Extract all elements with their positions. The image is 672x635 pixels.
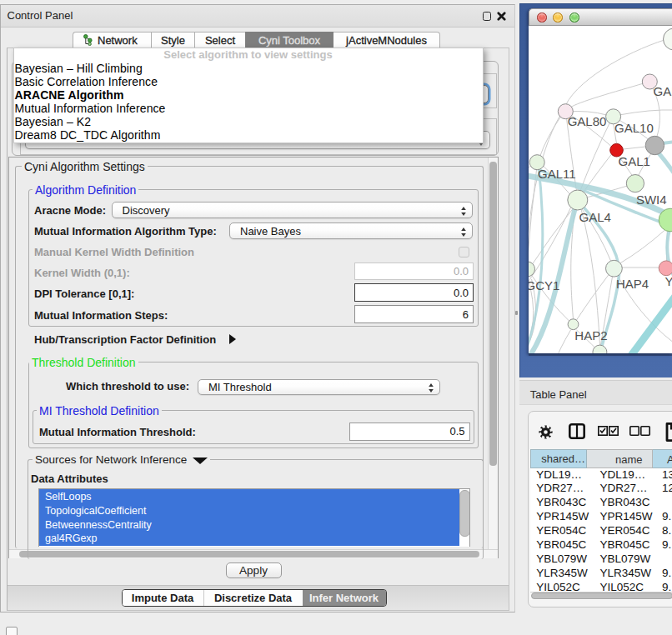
- svg-text:HAP4: HAP4: [615, 277, 648, 291]
- svg-text:GAL80: GAL80: [567, 114, 606, 128]
- svg-text:GAL: GAL: [653, 84, 672, 98]
- svg-text:SWI4: SWI4: [635, 192, 666, 207]
- svg-text:GAL10: GAL10: [614, 121, 654, 135]
- svg-text:HAP2: HAP2: [574, 328, 607, 342]
- svg-text:GAL1: GAL1: [618, 154, 649, 168]
- svg-text:GAL11: GAL11: [538, 167, 576, 181]
- svg-text:GAL4: GAL4: [579, 210, 610, 224]
- svg-text:Y: Y: [664, 274, 672, 288]
- svg-text:GCY1: GCY1: [529, 278, 559, 292]
